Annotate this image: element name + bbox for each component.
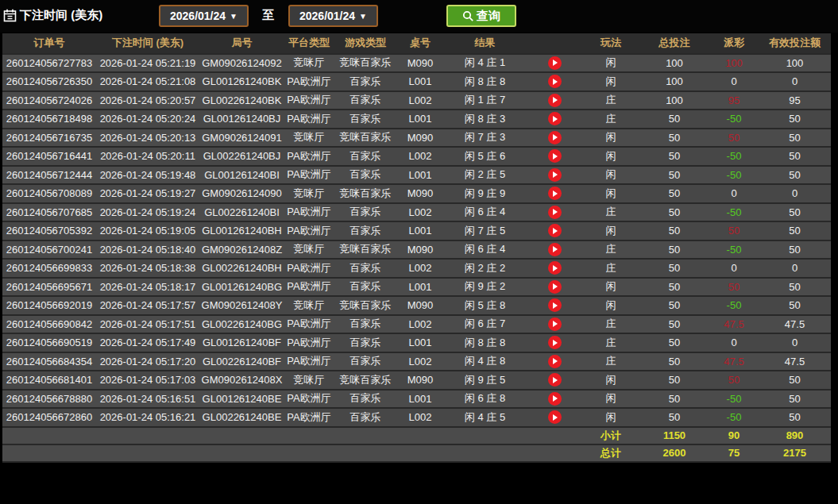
table-row: 260124056678880 2026-01-24 05:16:51 GL00… [2, 390, 831, 409]
platform-cell: PA欧洲厅 [284, 333, 334, 352]
bet-time-cell: 2026-01-24 05:20:24 [96, 110, 199, 129]
table-no-cell: M090 [397, 296, 443, 315]
total-bet-cell: 50 [639, 371, 709, 390]
replay-button[interactable] [548, 224, 562, 237]
order-id-cell: 260124056690519 [2, 333, 96, 352]
payout-cell: -50 [709, 390, 759, 409]
bet-time-cell: 2026-01-24 05:16:21 [96, 408, 199, 427]
platform-cell: 竞咪厅 [284, 184, 334, 203]
replay-cell [527, 259, 582, 278]
round-id-cell: GL001261240BF [199, 333, 284, 352]
replay-cell [527, 203, 582, 222]
order-id-cell: 260124056726350 [2, 72, 96, 91]
replay-button[interactable] [548, 56, 562, 70]
round-id-cell: GL002261240BE [199, 408, 284, 427]
chevron-down-icon: ▼ [359, 12, 367, 21]
replay-button[interactable] [548, 112, 562, 125]
replay-button[interactable] [548, 131, 562, 144]
round-id-cell: GM09026124090 [199, 184, 284, 203]
result-cell: 闲 2 庄 5 [443, 166, 527, 185]
bet-time-cell: 2026-01-24 05:18:38 [96, 259, 199, 278]
round-id-cell: GL001261240BG [199, 278, 284, 297]
replay-button[interactable] [548, 317, 562, 331]
table-no-cell: L002 [397, 203, 443, 222]
replay-cell [527, 315, 582, 334]
total-bet-cell: 100 [639, 91, 709, 110]
result-cell: 闲 6 庄 7 [443, 315, 527, 334]
play-method-cell: 闲 [582, 54, 639, 73]
bet-time-cell: 2026-01-24 05:17:20 [96, 352, 199, 371]
replay-cell [527, 54, 582, 73]
replay-button[interactable] [548, 392, 562, 406]
replay-cell [527, 390, 582, 409]
valid-bet-cell: 50 [759, 296, 831, 315]
replay-button[interactable] [548, 94, 562, 107]
subtotal-label: 小计 [582, 427, 639, 444]
replay-button[interactable] [548, 373, 562, 387]
result-cell: 闲 9 庄 2 [443, 278, 527, 297]
replay-button[interactable] [548, 168, 562, 182]
valid-bet-cell: 50 [759, 110, 831, 129]
date-from-value: 2026/01/24 [170, 10, 226, 22]
replay-button[interactable] [548, 410, 562, 424]
platform-cell: PA欧洲厅 [284, 315, 334, 334]
replay-cell [527, 166, 582, 185]
platform-cell: 竞咪厅 [284, 371, 334, 390]
table-no-cell: M090 [397, 184, 443, 203]
game-type-cell: 百家乐 [334, 408, 397, 427]
replay-button[interactable] [548, 261, 562, 275]
table-body: 260124056727783 2026-01-24 05:21:19 GM09… [2, 54, 831, 427]
total-bet-cell: 100 [639, 72, 709, 91]
game-type-cell: 百家乐 [334, 278, 397, 297]
replay-button[interactable] [548, 75, 562, 88]
order-id-cell: 260124056695671 [2, 278, 96, 297]
play-icon [553, 228, 558, 234]
replay-button[interactable] [548, 149, 562, 163]
bet-time-cell: 2026-01-24 05:20:11 [96, 147, 199, 166]
table-row: 260124056695671 2026-01-24 05:18:17 GL00… [2, 278, 831, 297]
payout-cell: 50 [709, 221, 759, 240]
payout-cell: -50 [709, 147, 759, 166]
bet-time-cell: 2026-01-24 05:17:03 [96, 371, 199, 390]
subtotal-total-bet: 1150 [639, 427, 709, 444]
platform-cell: PA欧洲厅 [284, 408, 334, 427]
valid-bet-cell: 50 [759, 390, 831, 409]
order-id-cell: 260124056708089 [2, 184, 96, 203]
total-row: 总计 2600 75 2175 [2, 444, 831, 462]
date-from-select[interactable]: 2026/01/24 ▼ [159, 5, 249, 27]
replay-cell [527, 184, 582, 203]
replay-button[interactable] [548, 336, 562, 349]
table-no-cell: L001 [397, 333, 443, 352]
date-to-select[interactable]: 2026/01/24 ▼ [288, 5, 378, 27]
play-method-cell: 庄 [582, 91, 639, 110]
platform-cell: PA欧洲厅 [284, 221, 334, 240]
result-cell: 闲 8 庄 8 [443, 72, 527, 91]
result-cell: 闲 6 庄 4 [443, 240, 527, 260]
query-button[interactable]: 查询 [446, 5, 516, 27]
replay-button[interactable] [548, 187, 562, 200]
table-row: 260124056726350 2026-01-24 05:21:08 GL00… [2, 72, 831, 91]
platform-cell: PA欧洲厅 [284, 259, 334, 278]
bet-time-cell: 2026-01-24 05:19:48 [96, 166, 199, 185]
result-cell: 闲 8 庄 3 [443, 110, 527, 129]
game-type-cell: 百家乐 [334, 147, 397, 166]
replay-button[interactable] [548, 355, 562, 368]
bet-time-cell: 2026-01-24 05:18:40 [96, 240, 199, 260]
replay-cell [527, 371, 582, 390]
payout-cell: 0 [709, 333, 759, 352]
calendar-icon [3, 9, 17, 22]
round-id-cell: GM0902612408X [199, 371, 284, 390]
table-no-cell: M090 [397, 129, 443, 148]
play-icon [553, 321, 558, 327]
replay-button[interactable] [548, 280, 562, 294]
platform-cell: PA欧洲厅 [284, 72, 334, 91]
payout-cell: 0 [709, 259, 759, 278]
replay-button[interactable] [548, 206, 562, 219]
payout-cell: -50 [709, 408, 759, 427]
total-spacer [2, 444, 582, 462]
platform-cell: 竞咪厅 [284, 54, 334, 73]
replay-button[interactable] [548, 243, 562, 256]
round-id-cell: GL001261240BK [199, 72, 284, 91]
play-method-cell: 庄 [582, 352, 639, 371]
replay-button[interactable] [548, 298, 562, 312]
